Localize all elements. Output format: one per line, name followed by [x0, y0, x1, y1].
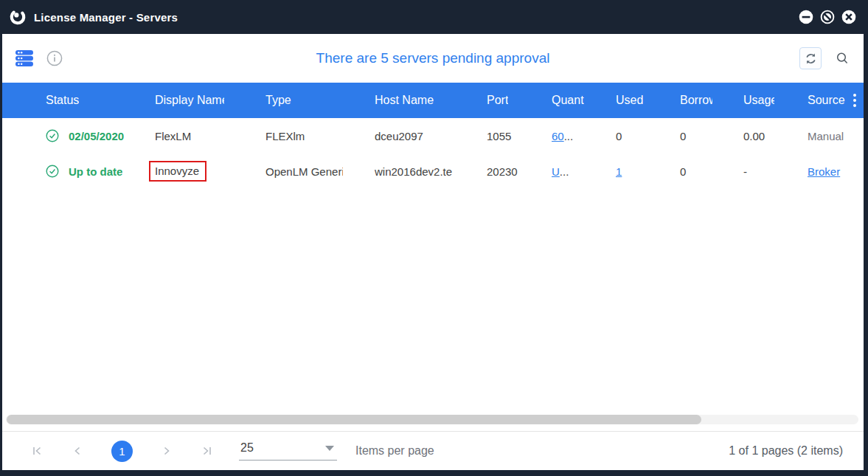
chevron-down-icon [325, 446, 334, 451]
status-ok-icon [46, 165, 59, 178]
horizontal-scrollbar[interactable] [6, 415, 858, 424]
seek-start-icon [32, 445, 44, 457]
search-button[interactable] [836, 52, 849, 65]
display-name-value: Innovyze [155, 165, 199, 177]
server-stack-icon [15, 49, 34, 68]
block-button[interactable] [820, 10, 835, 24]
chevron-left-icon [72, 445, 83, 457]
chevron-right-icon [161, 445, 173, 457]
refresh-icon [805, 52, 817, 65]
column-menu-icon[interactable] [851, 83, 858, 118]
servers-menu-button[interactable] [15, 49, 34, 68]
used-value: 0 [616, 130, 622, 142]
status-ok-icon [46, 129, 59, 142]
borrowed-value: 0 [680, 165, 686, 178]
pending-approval-message: There are 5 servers pending approval [316, 50, 550, 66]
content-area: There are 5 servers pending approval [2, 34, 864, 470]
column-header-type[interactable]: Type [265, 94, 375, 107]
column-header-used[interactable]: Used [616, 94, 680, 107]
status-text: Up to date [69, 165, 122, 178]
column-header-status[interactable]: Status [46, 94, 155, 107]
page-size-select[interactable]: 25 [239, 441, 337, 461]
scrollbar-thumb[interactable] [7, 415, 701, 424]
next-page-button[interactable] [161, 445, 173, 457]
title-bar[interactable]: License Manager - Servers [0, 0, 868, 34]
status-text: 02/05/2020 [69, 130, 124, 142]
type-value: FLEXlm [265, 130, 305, 142]
search-icon [836, 52, 849, 65]
refresh-button[interactable] [799, 47, 822, 69]
minimize-button[interactable] [799, 10, 813, 24]
pager-summary: 1 of 1 pages (2 items) [729, 444, 843, 458]
empty-grid-area [2, 189, 864, 415]
last-page-button[interactable] [201, 445, 212, 457]
usage-value: 0.00 [743, 130, 765, 142]
items-per-page-label: Items per page [355, 444, 434, 458]
usage-value: - [743, 165, 747, 178]
info-icon [46, 50, 63, 66]
table-row[interactable]: 02/05/2020 FlexLM FLEXlm dceu2097 1055 6… [2, 118, 864, 154]
host-name-value: dceu2097 [375, 130, 423, 142]
page-size-value: 25 [240, 441, 254, 455]
minimize-icon [799, 10, 813, 24]
window-title: License Manager - Servers [34, 11, 178, 24]
port-value: 20230 [487, 165, 518, 178]
grid-header: Status Display Name Type Host Name Port … [2, 83, 864, 118]
highlight-box: Innovyze [149, 161, 206, 182]
host-name-value: win2016dev2.te [375, 165, 452, 178]
borrowed-value: 0 [680, 130, 686, 142]
used-link[interactable]: 1 [616, 165, 622, 178]
column-header-port[interactable]: Port [487, 94, 552, 107]
block-icon [820, 10, 835, 24]
source-link[interactable]: Broker [808, 165, 840, 178]
display-name-value: FlexLM [155, 130, 191, 142]
info-button[interactable] [46, 50, 63, 66]
license-manager-window: License Manager - Servers [0, 0, 868, 476]
quantity-link[interactable]: 60 [552, 130, 564, 142]
table-row[interactable]: Up to date Innovyze OpenLM Generic win20… [2, 154, 864, 189]
first-page-button[interactable] [32, 445, 44, 457]
quantity-link[interactable]: U [552, 165, 560, 178]
column-header-usage[interactable]: Usage [743, 94, 808, 107]
type-value: OpenLM Generic [265, 165, 343, 178]
column-header-borrowed[interactable]: Borrowed [680, 94, 743, 107]
toolbar: There are 5 servers pending approval [2, 34, 864, 83]
seek-end-icon [201, 445, 212, 457]
column-header-display-name[interactable]: Display Name [155, 94, 265, 107]
port-value: 1055 [487, 130, 511, 142]
previous-page-button[interactable] [72, 445, 83, 457]
openlm-logo-icon [10, 9, 26, 25]
pager-bar: 1 25 Items per page 1 of 1 pages (2 item… [2, 431, 864, 470]
source-value: Manual [808, 130, 844, 142]
page-number-button[interactable]: 1 [111, 441, 133, 462]
close-button[interactable] [841, 10, 856, 24]
close-icon [841, 10, 856, 24]
column-header-quantity[interactable]: Quantity [552, 94, 616, 107]
column-header-host-name[interactable]: Host Name [375, 94, 487, 107]
